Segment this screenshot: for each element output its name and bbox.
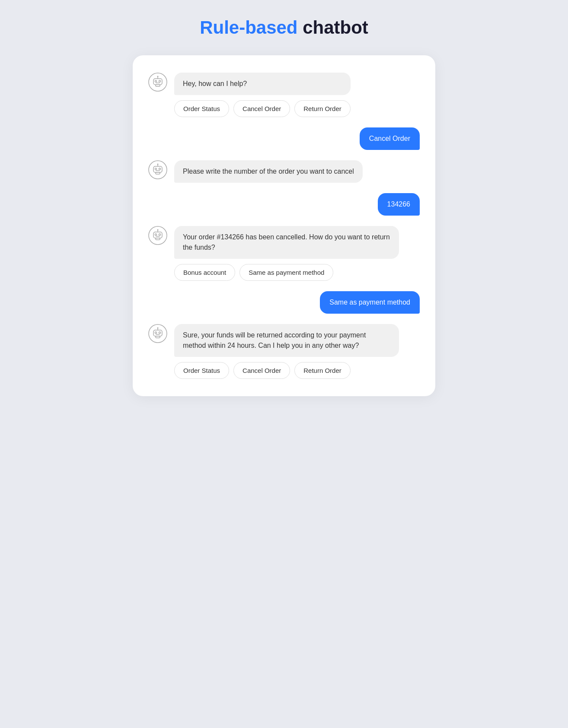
bot-avatar-icon — [148, 226, 167, 245]
svg-point-21 — [157, 229, 159, 231]
bot-message-row: Your order #134266 has been cancelled. H… — [148, 226, 420, 281]
quick-reply-button[interactable]: Return Order — [294, 100, 351, 117]
bot-avatar-icon — [148, 160, 167, 179]
quick-reply-button[interactable]: Order Status — [174, 100, 229, 117]
bot-content: Please write the number of the order you… — [174, 160, 363, 183]
quick-reply-button[interactable]: Cancel Order — [233, 100, 290, 117]
bot-content: Hey, how can I help?Order StatusCancel O… — [174, 73, 351, 117]
svg-point-29 — [157, 327, 159, 329]
user-message-row: Cancel Order — [148, 127, 420, 150]
title-normal: chatbot — [303, 17, 368, 38]
quick-replies: Bonus accountSame as payment method — [174, 264, 399, 281]
bot-bubble: Your order #134266 has been cancelled. H… — [174, 226, 399, 259]
user-bubble: Same as payment method — [320, 291, 420, 314]
bot-avatar-icon — [148, 324, 167, 343]
page-title: Rule-based chatbot — [200, 17, 368, 38]
quick-reply-button[interactable]: Bonus account — [174, 264, 235, 281]
svg-rect-6 — [156, 85, 160, 86]
quick-reply-button[interactable]: Return Order — [294, 362, 351, 379]
user-bubble: Cancel Order — [360, 127, 420, 150]
bot-content: Sure, your funds will be returned accord… — [174, 324, 399, 379]
user-message-row: Same as payment method — [148, 291, 420, 314]
quick-replies: Order StatusCancel OrderReturn Order — [174, 100, 351, 117]
svg-point-5 — [157, 76, 159, 77]
user-bubble: 134266 — [378, 193, 420, 216]
quick-reply-button[interactable]: Same as payment method — [239, 264, 333, 281]
bot-message-row: Please write the number of the order you… — [148, 160, 420, 183]
bot-bubble: Hey, how can I help? — [174, 73, 351, 95]
title-highlight: Rule-based — [200, 17, 297, 38]
bot-bubble: Sure, your funds will be returned accord… — [174, 324, 399, 357]
quick-reply-button[interactable]: Order Status — [174, 362, 229, 379]
svg-rect-30 — [156, 336, 160, 338]
bot-content: Your order #134266 has been cancelled. H… — [174, 226, 399, 281]
quick-replies: Order StatusCancel OrderReturn Order — [174, 362, 399, 379]
svg-rect-14 — [156, 172, 160, 174]
quick-reply-button[interactable]: Cancel Order — [233, 362, 290, 379]
bot-avatar-icon — [148, 73, 167, 92]
svg-point-13 — [157, 164, 159, 165]
svg-rect-22 — [156, 238, 160, 240]
user-message-row: 134266 — [148, 193, 420, 216]
bot-message-row: Sure, your funds will be returned accord… — [148, 324, 420, 379]
chat-container: Hey, how can I help?Order StatusCancel O… — [133, 55, 435, 396]
bot-bubble: Please write the number of the order you… — [174, 160, 363, 183]
bot-message-row: Hey, how can I help?Order StatusCancel O… — [148, 73, 420, 117]
page-wrapper: Rule-based chatbot Hey, how can I help?O… — [133, 17, 435, 396]
